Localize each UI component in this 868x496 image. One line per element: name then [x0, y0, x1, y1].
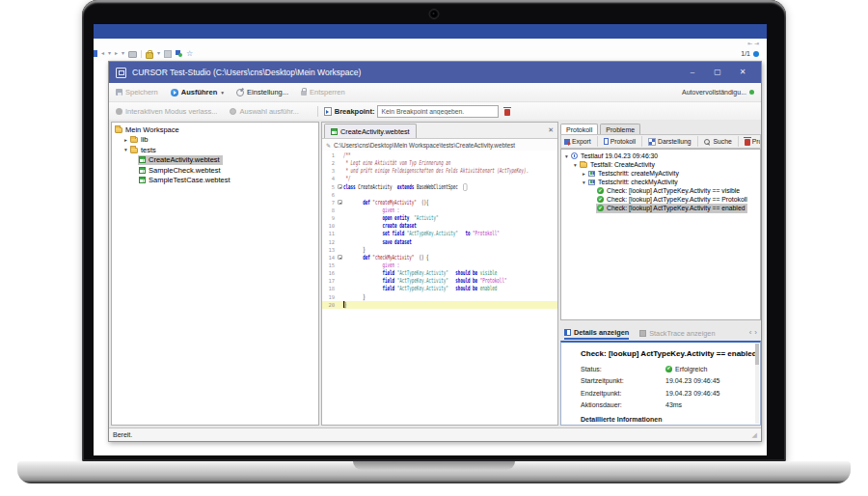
darstellung-button[interactable]: Darstellung: [648, 138, 691, 146]
tree-item-label: Check: [lookup] ActTypeKey.Activity == v…: [607, 187, 740, 194]
code-line[interactable]: 9 open entity "Activity": [322, 214, 557, 222]
toolbar-divider: [697, 136, 698, 147]
code-text: def "createMyActivity" (){: [343, 199, 429, 207]
ausf-hren-button[interactable]: Ausführen▾: [171, 88, 224, 96]
line-number: 9: [322, 215, 337, 221]
workspace-tree-row[interactable]: SampleCheck.webtest: [112, 165, 318, 176]
interaktiven-modus-verlass-button[interactable]: Interaktiven Modus verlass...: [116, 107, 217, 116]
scrollbar-thumb[interactable]: [755, 344, 759, 365]
export-button[interactable]: Export: [564, 138, 591, 145]
expanded-arrow-icon[interactable]: ▾: [572, 162, 579, 168]
code-area[interactable]: 1/**2 * Legt eine Aktivität vom Typ Erin…: [322, 151, 557, 425]
search-icon: [704, 139, 710, 145]
workspace-tree-row[interactable]: Mein Workspace: [112, 124, 318, 135]
button-label: Suche: [714, 138, 732, 145]
workspace-tree-row[interactable]: CreateActivity.webtest: [112, 155, 318, 166]
expanded-arrow-icon[interactable]: ▾: [581, 179, 587, 185]
fold-toggle-icon[interactable]: [338, 200, 342, 205]
details-next-button[interactable]: ›: [754, 328, 757, 337]
window-titlebar[interactable]: CURSOR Test-Studio (C:\Users\cns\Desktop…: [109, 62, 761, 83]
expanded-arrow-icon[interactable]: ▾: [563, 153, 570, 159]
einstellung-button[interactable]: Einstellung...: [236, 88, 288, 96]
expanded-arrow-icon[interactable]: ▾: [122, 147, 129, 152]
page-indicator: 1/1: [741, 50, 750, 57]
code-line[interactable]: 20}: [322, 301, 557, 309]
editor-tab[interactable]: CreateActivity.webtest: [324, 124, 417, 138]
minimize-button[interactable]: –: [681, 63, 704, 82]
resize-grip[interactable]: ◢: [752, 431, 757, 439]
code-line[interactable]: 13 }: [322, 246, 557, 254]
green-status-icon: [749, 90, 754, 95]
code-line[interactable]: 8 given :: [322, 207, 557, 214]
close-button[interactable]: ✕: [731, 63, 754, 82]
tab-details-anzeigen[interactable]: Details anzeigen: [564, 324, 629, 340]
details-scrollbar[interactable]: [755, 344, 759, 424]
tab-protokoll[interactable]: Protokoll: [560, 124, 598, 134]
details-heading: Check: [lookup] ActTypeKey.Activity == e…: [581, 349, 760, 358]
webtest-icon: [139, 167, 146, 174]
code-line[interactable]: 18 field "ActTypeKey.Activity" should be…: [322, 285, 557, 292]
breakpoint-input[interactable]: [377, 105, 499, 118]
auswahl-ausf-hr-button[interactable]: Auswahl ausführ...: [230, 107, 298, 116]
code-line[interactable]: 6: [322, 191, 557, 199]
code-line[interactable]: 11 set field "ActTypeKey.Activity" to "P…: [322, 230, 557, 237]
detail-label: Endzeitpunkt:: [581, 390, 665, 397]
breakpoint-label: Breakpoint:: [335, 107, 375, 116]
code-line[interactable]: 4 */: [322, 175, 557, 182]
fold-toggle-icon[interactable]: [338, 255, 342, 260]
code-line[interactable]: 2 * Legt eine Aktivität vom Typ Erinneru…: [322, 159, 557, 167]
editor-close-icon[interactable]: ✕: [548, 126, 554, 134]
back-dropdown-icon[interactable]: ▾: [108, 49, 111, 58]
delete-breakpoint-icon[interactable]: [504, 109, 510, 116]
code-text: given :: [343, 207, 399, 214]
code-line[interactable]: 16 field "ActTypeKey.Activity" should be…: [322, 269, 557, 277]
success-icon: [665, 366, 672, 372]
code-line[interactable]: 5class CreateActivity extends BaseWebCli…: [322, 183, 557, 191]
collapsed-arrow-icon[interactable]: ▸: [581, 171, 587, 177]
lock-dropdown-icon[interactable]: ▾: [157, 49, 160, 58]
tab-probleme[interactable]: Probleme: [600, 124, 640, 134]
suche-button[interactable]: Suche: [704, 138, 732, 145]
code-line[interactable]: 7 def "createMyActivity" (){: [322, 199, 557, 207]
code-line[interactable]: 10 create dataset: [322, 222, 557, 230]
code-line[interactable]: 3 * und prüft einige Feldeigenschaften d…: [322, 167, 557, 175]
entsperren-button[interactable]: Entsperren: [301, 88, 345, 96]
protokoll-leeren-button[interactable]: Protokoll leeren: [745, 138, 761, 146]
tree-item-content: tests: [129, 145, 159, 154]
line-number: 1: [322, 152, 337, 158]
favorite-icon[interactable]: ☆: [186, 50, 193, 58]
log-tree-row[interactable]: Check: [lookup] ActTypeKey.Activity == e…: [561, 204, 760, 212]
plugin-icon[interactable]: [176, 50, 182, 57]
button-label: Export: [572, 138, 591, 145]
tab-stacktrace-anzeigen[interactable]: StackTrace anzeigen: [639, 324, 715, 340]
code-line[interactable]: 15 given :: [322, 262, 557, 269]
code-line[interactable]: 14 def "checkMyActivity" () {: [322, 254, 557, 262]
code-line[interactable]: 17 field "ActTypeKey.Activity" should be…: [322, 277, 557, 285]
lock-icon[interactable]: [146, 52, 153, 59]
code-line[interactable]: 12 save dataset: [322, 238, 557, 246]
webtest-icon: [139, 156, 146, 163]
code-text: class CreateActivity extends BaseWebClie…: [343, 183, 467, 191]
forward-dropdown-icon[interactable]: ▾: [122, 49, 124, 58]
workspace-tree-row[interactable]: ▾tests: [112, 145, 318, 155]
protokoll-button[interactable]: Protokoll: [604, 138, 636, 145]
view-icon[interactable]: [164, 50, 172, 58]
maximize-button[interactable]: ▢: [706, 63, 729, 82]
line-number: 5: [322, 184, 337, 190]
speichern-button[interactable]: Speichern: [116, 88, 158, 96]
code-text: open entity "Activity": [343, 214, 439, 222]
fold-toggle-icon[interactable]: [338, 184, 342, 189]
print-icon[interactable]: [128, 51, 137, 58]
forward-icon[interactable]: ▸: [115, 49, 118, 58]
workspace-tree-row[interactable]: ▸lib: [112, 135, 318, 146]
workspace-tree-row[interactable]: SampleTestCase.webtest: [112, 176, 318, 186]
back-icon[interactable]: ◂: [101, 49, 104, 58]
pane-toggle-icons[interactable]: ⇤ ⇥: [747, 40, 759, 46]
details-prev-button[interactable]: ‹: [749, 328, 752, 337]
code-line[interactable]: 19 }: [322, 293, 557, 301]
toolbar-divider: [141, 50, 142, 58]
test-studio-window: CURSOR Test-Studio (C:\Users\cns\Desktop…: [108, 61, 762, 442]
collapsed-arrow-icon[interactable]: ▸: [122, 137, 129, 143]
code-line[interactable]: 1/**: [322, 152, 557, 159]
dropdown-arrow-icon[interactable]: ▾: [221, 90, 224, 96]
